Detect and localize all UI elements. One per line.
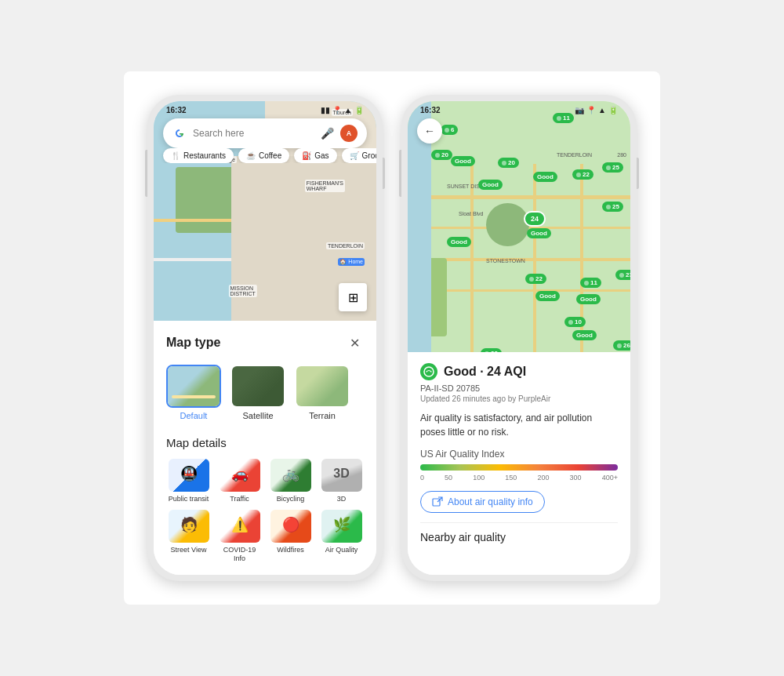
sheet-title: Map type [166,336,220,350]
aq-updated: Updated 26 minutes ago by PurpleAir [420,394,618,403]
coffee-icon: ☕ [246,151,256,160]
chip-coffee-label: Coffee [259,151,281,160]
chip-grocer-label: Grocer [362,151,376,160]
detail-streetview-label: Street View [171,546,207,554]
aq-map-bg: 16:32 📷 📍 ▲ 🔋 [408,101,630,352]
detail-airquality-thumb: 🌿 [321,510,362,543]
aq-scale-bar [420,464,618,471]
back-button[interactable]: ← [417,118,442,144]
scale-300: 300 [570,474,582,482]
aq-description: Air quality is satisfactory, and air pol… [420,411,618,439]
phone-1: Tiburon Golden Gate Bridge FISHERMAN'SWH… [147,95,383,581]
map-type-default-thumb [166,365,221,408]
map-type-satellite-thumb [230,365,285,408]
gas-icon: ⛽ [302,151,311,160]
map-details-grid: 🚇 Public transit 🚗 Traffic 🚲 [166,459,364,562]
search-placeholder: Search here [193,128,314,139]
aq-header: Good · 24 AQI [420,363,618,380]
scale-50: 50 [445,474,452,482]
phone-2-inner: 16:32 📷 📍 ▲ 🔋 [408,101,630,575]
chip-coffee[interactable]: ☕ Coffee [238,148,289,163]
about-air-quality-button[interactable]: About air quality info [420,491,545,513]
aq-badge-23-bottom: 23 [481,348,502,352]
detail-traffic-thumb: 🚗 [220,459,260,492]
user-avatar[interactable]: A [340,125,358,142]
map-label-280: 280 [617,152,626,158]
map-label-tenderloin: TENDERLOIN [326,242,365,249]
detail-covid[interactable]: ⚠️ COVID-19 Info [217,510,262,563]
close-button[interactable]: ✕ [345,333,364,352]
detail-3d[interactable]: 3D 3D [319,459,364,503]
aq-badge-20-left: 20 [431,150,452,160]
detail-transit[interactable]: 🚇 Public transit [166,459,211,503]
aq-title: Good · 24 AQI [444,365,526,379]
map-type-satellite-label: Satellite [242,411,273,420]
map-type-default-label: Default [180,411,208,420]
map-label-fishermans-wharf: FISHERMAN'SWHARF [305,180,345,192]
map-type-default[interactable]: Default [166,365,221,420]
map-area-1: Tiburon Golden Gate Bridge FISHERMAN'SWH… [154,101,376,321]
battery-icon-2: 🔋 [608,106,618,114]
detail-3d-thumb: 3D [321,459,362,492]
detail-covid-thumb: ⚠️ [220,510,260,543]
status-bar-1: 16:32 ▮▮ 📍 ▲ 🔋 [154,101,376,116]
detail-wildfires[interactable]: 🔴 Wildfires [268,510,313,563]
detail-wildfire-thumb: 🔴 [270,510,311,543]
mic-icon[interactable]: 🎤 [321,127,334,140]
google-icon [172,126,187,140]
aq-scale-labels: 0 50 100 150 200 300 400+ [420,474,618,482]
aq-badge-good-top: Good [451,156,475,166]
aq-badge-25-right: 25 [602,202,623,212]
signal-icon: ▲ [598,106,606,114]
map-type-satellite[interactable]: Satellite [230,365,285,420]
bottom-sheet: Map type ✕ Default Sate [154,321,376,575]
aq-badge-20-right: 20 [498,158,519,168]
search-bar[interactable]: Search here 🎤 A [163,118,367,148]
map-label-mission: MISSIONDISTRICT [228,285,256,297]
phone-1-inner: Tiburon Golden Gate Bridge FISHERMAN'SWH… [154,101,376,575]
aq-badge-10: 10 [564,317,586,327]
map-label-sloat: Sloat Blvd [459,211,484,216]
restaurant-icon: 🍴 [171,151,180,160]
aq-index-title: US Air Quality Index [420,449,618,460]
detail-cycling-label: Bicycling [277,495,305,503]
external-link-icon [432,496,443,507]
aq-badge-good-very-bottom: Good [572,330,597,340]
thumb-terrain-bg [296,366,348,406]
chip-restaurants[interactable]: 🍴 Restaurants [163,148,234,163]
thumb-satellite-bg [232,366,284,406]
detail-transit-thumb: 🚇 [169,459,209,492]
detail-traffic[interactable]: 🚗 Traffic [217,459,262,503]
chip-restaurants-label: Restaurants [183,151,226,160]
nearby-air-quality-title: Nearby air quality [420,522,618,543]
phone-2: 16:32 📷 📍 ▲ 🔋 [401,95,637,581]
detail-airquality[interactable]: 🌿 Air Quality [319,510,364,563]
scale-200: 200 [537,474,549,482]
aq-badge-good-left: Good [447,237,471,247]
chip-gas[interactable]: ⛽ Gas [294,148,336,163]
detail-3d-label: 3D [337,495,347,503]
chip-grocer[interactable]: 🛒 Grocer [342,148,376,163]
map-type-terrain-thumb [295,365,350,408]
layers-button[interactable]: ⊞ [339,283,367,311]
phones-container: Tiburon Golden Gate Bridge FISHERMAN'SWH… [124,71,660,605]
detail-transit-label: Public transit [169,495,209,503]
aq-badge-good-center: Good [527,228,551,238]
grocer-icon: 🛒 [350,151,359,160]
map-type-terrain[interactable]: Terrain [295,365,350,420]
scale-100: 100 [473,474,485,482]
aq-badge-good-mid: Good [478,180,503,190]
camera-icon: 📷 [575,106,584,114]
svg-rect-1 [433,499,440,506]
detail-cycling[interactable]: 🚲 Bicycling [268,459,313,503]
about-aq-label: About air quality info [448,496,533,507]
scale-400: 400+ [602,474,618,482]
detail-streetview-thumb: 🧑 [169,510,209,543]
map-label-stonestown: STONESTOWN [486,258,525,263]
aq-badge-22-top: 22 [572,169,593,180]
status-icons-1: ▮▮ 📍 ▲ 🔋 [321,106,364,114]
scale-0: 0 [420,474,424,482]
detail-streetview[interactable]: 🧑 Street View [166,510,211,563]
category-chips: 🍴 Restaurants ☕ Coffee ⛽ Gas 🛒 Grocer [154,148,376,163]
status-icons-2: 📷 📍 ▲ 🔋 [575,106,618,114]
